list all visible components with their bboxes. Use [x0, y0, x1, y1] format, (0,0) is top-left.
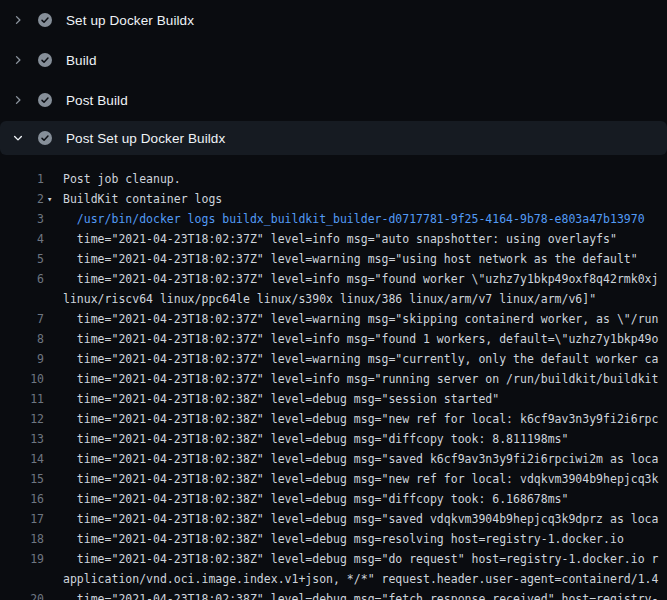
log-line-number[interactable]: 18 [0, 529, 44, 549]
step-header-post-set-up-docker-buildx[interactable]: Post Set up Docker Buildx [0, 121, 667, 155]
log-line: 14 time="2021-04-23T18:02:38Z" level=deb… [0, 449, 667, 469]
log-text-content: time="2021-04-23T18:02:38Z" level=debug … [63, 429, 568, 449]
log-line: 11 time="2021-04-23T18:02:38Z" level=deb… [0, 389, 667, 409]
log-text-content: time="2021-04-23T18:02:38Z" level=debug … [63, 529, 624, 549]
chevron-right-icon[interactable] [10, 52, 26, 68]
log-text-content: time="2021-04-23T18:02:38Z" level=debug … [63, 389, 499, 409]
log-line-text: ▾BuildKit container logs [63, 189, 222, 209]
log-viewer: Set up Docker BuildxBuildPost BuildPost … [0, 0, 667, 600]
log-line-text: Post job cleanup. [63, 169, 181, 189]
log-text-content: /usr/bin/docker logs buildx_buildkit_bui… [63, 209, 645, 229]
log-text-content: time="2021-04-23T18:02:38Z" level=debug … [63, 589, 658, 600]
log-line: 4 time="2021-04-23T18:02:37Z" level=info… [0, 229, 667, 249]
log-line: 2▾BuildKit container logs [0, 189, 667, 209]
log-line-text: time="2021-04-23T18:02:38Z" level=debug … [63, 509, 658, 529]
step-header-set-up-docker-buildx[interactable]: Set up Docker Buildx [0, 0, 667, 40]
log-line-text: time="2021-04-23T18:02:38Z" level=debug … [63, 549, 658, 589]
log-line: 12 time="2021-04-23T18:02:38Z" level=deb… [0, 409, 667, 429]
log-line-number[interactable]: 8 [0, 329, 44, 349]
log-line: 1Post job cleanup. [0, 169, 667, 189]
step-log: 1Post job cleanup.2▾BuildKit container l… [0, 155, 667, 600]
log-line-number[interactable]: 17 [0, 509, 44, 529]
log-text-content: time="2021-04-23T18:02:38Z" level=debug … [63, 509, 658, 529]
log-line: 15 time="2021-04-23T18:02:38Z" level=deb… [0, 469, 667, 489]
log-line-text: time="2021-04-23T18:02:38Z" level=debug … [63, 449, 658, 469]
log-line-text: time="2021-04-23T18:02:37Z" level=warnin… [63, 309, 658, 329]
log-line-text: time="2021-04-23T18:02:38Z" level=debug … [63, 469, 658, 489]
log-command-text: /usr/bin/docker logs buildx_buildkit_bui… [63, 209, 645, 229]
log-line: 19 time="2021-04-23T18:02:38Z" level=deb… [0, 549, 667, 589]
chevron-right-icon[interactable] [10, 12, 26, 28]
log-line: 9 time="2021-04-23T18:02:37Z" level=warn… [0, 349, 667, 369]
log-text-content: Post job cleanup. [63, 169, 181, 189]
log-line-text: time="2021-04-23T18:02:38Z" level=debug … [63, 429, 568, 449]
log-line-number[interactable]: 20 [0, 589, 44, 600]
log-line: 17 time="2021-04-23T18:02:38Z" level=deb… [0, 509, 667, 529]
log-line: 6 time="2021-04-23T18:02:37Z" level=info… [0, 269, 667, 309]
log-line-number[interactable]: 3 [0, 209, 44, 229]
step-title: Post Build [66, 93, 128, 108]
log-text-content: time="2021-04-23T18:02:38Z" level=debug … [63, 449, 658, 469]
log-line-text: time="2021-04-23T18:02:37Z" level=warnin… [63, 349, 658, 369]
log-line-number[interactable]: 16 [0, 489, 44, 509]
log-line-text: time="2021-04-23T18:02:37Z" level=info m… [63, 369, 658, 389]
log-line-number[interactable]: 2 [0, 189, 44, 209]
step-title: Set up Docker Buildx [66, 13, 194, 28]
log-text-wrap-continuation: application/vnd.oci.image.index.v1+json,… [63, 569, 658, 589]
group-toggle-icon[interactable]: ▾ [47, 189, 52, 209]
check-circle-icon [38, 93, 52, 107]
log-text-content: time="2021-04-23T18:02:38Z" level=debug … [63, 409, 658, 429]
log-line-number[interactable]: 19 [0, 549, 44, 569]
check-circle-icon [38, 53, 52, 67]
log-line-text: time="2021-04-23T18:02:37Z" level=info m… [63, 229, 617, 249]
log-line-number[interactable]: 5 [0, 249, 44, 269]
log-text-content: BuildKit container logs [63, 189, 222, 209]
log-text-content: time="2021-04-23T18:02:37Z" level=warnin… [63, 349, 658, 369]
log-line: 5 time="2021-04-23T18:02:37Z" level=warn… [0, 249, 667, 269]
log-text-wrap-continuation: linux/riscv64 linux/ppc64le linux/s390x … [63, 289, 658, 309]
log-line: 16 time="2021-04-23T18:02:38Z" level=deb… [0, 489, 667, 509]
log-line-number[interactable]: 7 [0, 309, 44, 329]
log-line-number[interactable]: 1 [0, 169, 44, 189]
log-line: 8 time="2021-04-23T18:02:37Z" level=info… [0, 329, 667, 349]
log-line-text: time="2021-04-23T18:02:38Z" level=debug … [63, 489, 568, 509]
log-line-text: time="2021-04-23T18:02:38Z" level=debug … [63, 589, 658, 600]
step-list: Set up Docker BuildxBuildPost BuildPost … [0, 0, 667, 155]
chevron-right-icon[interactable] [10, 92, 26, 108]
step-title: Post Set up Docker Buildx [66, 131, 225, 146]
log-line-number[interactable]: 15 [0, 469, 44, 489]
log-line-text: time="2021-04-23T18:02:37Z" level=info m… [63, 269, 658, 309]
log-line-number[interactable]: 13 [0, 429, 44, 449]
step-header-post-build[interactable]: Post Build [0, 80, 667, 120]
log-line-text: time="2021-04-23T18:02:37Z" level=info m… [63, 329, 658, 349]
log-text-content: time="2021-04-23T18:02:37Z" level=warnin… [63, 249, 638, 269]
log-text-content: time="2021-04-23T18:02:37Z" level=info m… [63, 229, 617, 249]
log-line: 18 time="2021-04-23T18:02:38Z" level=deb… [0, 529, 667, 549]
log-text-content: time="2021-04-23T18:02:38Z" level=debug … [63, 469, 658, 489]
log-line-text: time="2021-04-23T18:02:38Z" level=debug … [63, 389, 499, 409]
log-line-number[interactable]: 12 [0, 409, 44, 429]
log-text-content: time="2021-04-23T18:02:37Z" level=info m… [63, 369, 658, 389]
log-text-content: time="2021-04-23T18:02:37Z" level=info m… [63, 329, 658, 349]
log-line: 10 time="2021-04-23T18:02:37Z" level=inf… [0, 369, 667, 389]
log-line-text: time="2021-04-23T18:02:38Z" level=debug … [63, 529, 624, 549]
log-line-number[interactable]: 10 [0, 369, 44, 389]
check-circle-icon [38, 131, 52, 145]
log-text-content: time="2021-04-23T18:02:37Z" level=warnin… [63, 309, 658, 329]
step-header-build[interactable]: Build [0, 40, 667, 80]
log-line-number[interactable]: 14 [0, 449, 44, 469]
log-line-number[interactable]: 4 [0, 229, 44, 249]
step-title: Build [66, 53, 97, 68]
log-text-content: time="2021-04-23T18:02:37Z" level=info m… [63, 269, 658, 289]
log-text-content: time="2021-04-23T18:02:38Z" level=debug … [63, 549, 658, 569]
log-line: 7 time="2021-04-23T18:02:37Z" level=warn… [0, 309, 667, 329]
log-line-text: time="2021-04-23T18:02:38Z" level=debug … [63, 409, 658, 429]
log-text-content: time="2021-04-23T18:02:38Z" level=debug … [63, 489, 568, 509]
log-line: 13 time="2021-04-23T18:02:38Z" level=deb… [0, 429, 667, 449]
chevron-down-icon[interactable] [10, 130, 26, 146]
log-line-number[interactable]: 6 [0, 269, 44, 289]
log-line: 20 time="2021-04-23T18:02:38Z" level=deb… [0, 589, 667, 600]
log-line-number[interactable]: 11 [0, 389, 44, 409]
log-line: 3 /usr/bin/docker logs buildx_buildkit_b… [0, 209, 667, 229]
log-line-number[interactable]: 9 [0, 349, 44, 369]
